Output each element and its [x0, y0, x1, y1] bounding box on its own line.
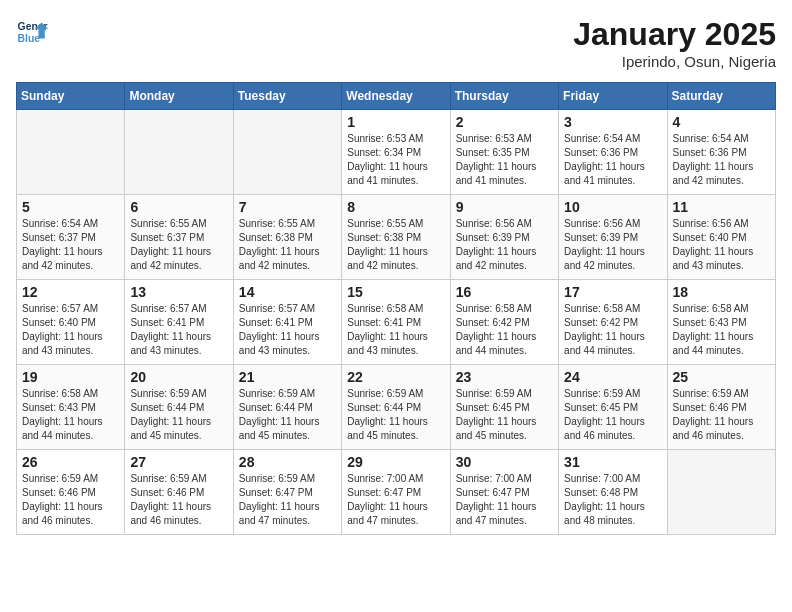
day-number: 17	[564, 284, 661, 300]
day-number: 21	[239, 369, 336, 385]
calendar-cell: 14Sunrise: 6:57 AMSunset: 6:41 PMDayligh…	[233, 280, 341, 365]
day-number: 5	[22, 199, 119, 215]
calendar-cell: 15Sunrise: 6:58 AMSunset: 6:41 PMDayligh…	[342, 280, 450, 365]
weekday-header: Thursday	[450, 83, 558, 110]
logo: General Blue	[16, 16, 48, 48]
day-info: Sunrise: 6:58 AMSunset: 6:42 PMDaylight:…	[456, 302, 553, 358]
calendar-cell: 5Sunrise: 6:54 AMSunset: 6:37 PMDaylight…	[17, 195, 125, 280]
day-info: Sunrise: 6:56 AMSunset: 6:39 PMDaylight:…	[564, 217, 661, 273]
day-info: Sunrise: 6:53 AMSunset: 6:35 PMDaylight:…	[456, 132, 553, 188]
day-number: 11	[673, 199, 770, 215]
day-number: 7	[239, 199, 336, 215]
page-header: General Blue January 2025 Iperindo, Osun…	[16, 16, 776, 70]
calendar-cell: 20Sunrise: 6:59 AMSunset: 6:44 PMDayligh…	[125, 365, 233, 450]
calendar-cell	[667, 450, 775, 535]
day-info: Sunrise: 6:55 AMSunset: 6:38 PMDaylight:…	[347, 217, 444, 273]
day-info: Sunrise: 6:59 AMSunset: 6:44 PMDaylight:…	[239, 387, 336, 443]
day-number: 30	[456, 454, 553, 470]
day-number: 10	[564, 199, 661, 215]
day-number: 31	[564, 454, 661, 470]
calendar-cell: 10Sunrise: 6:56 AMSunset: 6:39 PMDayligh…	[559, 195, 667, 280]
day-number: 29	[347, 454, 444, 470]
day-info: Sunrise: 6:59 AMSunset: 6:46 PMDaylight:…	[673, 387, 770, 443]
day-number: 24	[564, 369, 661, 385]
calendar-cell: 6Sunrise: 6:55 AMSunset: 6:37 PMDaylight…	[125, 195, 233, 280]
day-info: Sunrise: 6:59 AMSunset: 6:46 PMDaylight:…	[22, 472, 119, 528]
day-info: Sunrise: 6:54 AMSunset: 6:37 PMDaylight:…	[22, 217, 119, 273]
day-number: 14	[239, 284, 336, 300]
day-info: Sunrise: 6:59 AMSunset: 6:47 PMDaylight:…	[239, 472, 336, 528]
weekday-header: Friday	[559, 83, 667, 110]
day-info: Sunrise: 7:00 AMSunset: 6:47 PMDaylight:…	[347, 472, 444, 528]
day-info: Sunrise: 6:59 AMSunset: 6:45 PMDaylight:…	[564, 387, 661, 443]
day-number: 20	[130, 369, 227, 385]
day-number: 22	[347, 369, 444, 385]
day-info: Sunrise: 6:56 AMSunset: 6:40 PMDaylight:…	[673, 217, 770, 273]
calendar-cell: 8Sunrise: 6:55 AMSunset: 6:38 PMDaylight…	[342, 195, 450, 280]
day-number: 16	[456, 284, 553, 300]
logo-icon: General Blue	[16, 16, 48, 48]
day-number: 23	[456, 369, 553, 385]
calendar-cell: 21Sunrise: 6:59 AMSunset: 6:44 PMDayligh…	[233, 365, 341, 450]
weekday-header: Wednesday	[342, 83, 450, 110]
calendar-title: January 2025	[573, 16, 776, 53]
day-number: 2	[456, 114, 553, 130]
calendar-cell: 19Sunrise: 6:58 AMSunset: 6:43 PMDayligh…	[17, 365, 125, 450]
day-info: Sunrise: 6:59 AMSunset: 6:45 PMDaylight:…	[456, 387, 553, 443]
day-number: 9	[456, 199, 553, 215]
weekday-header: Monday	[125, 83, 233, 110]
calendar-cell: 7Sunrise: 6:55 AMSunset: 6:38 PMDaylight…	[233, 195, 341, 280]
calendar-cell: 22Sunrise: 6:59 AMSunset: 6:44 PMDayligh…	[342, 365, 450, 450]
calendar-week-row: 1Sunrise: 6:53 AMSunset: 6:34 PMDaylight…	[17, 110, 776, 195]
day-number: 3	[564, 114, 661, 130]
day-info: Sunrise: 6:58 AMSunset: 6:43 PMDaylight:…	[673, 302, 770, 358]
calendar-cell: 2Sunrise: 6:53 AMSunset: 6:35 PMDaylight…	[450, 110, 558, 195]
day-number: 6	[130, 199, 227, 215]
day-number: 19	[22, 369, 119, 385]
calendar-cell: 28Sunrise: 6:59 AMSunset: 6:47 PMDayligh…	[233, 450, 341, 535]
calendar-cell: 17Sunrise: 6:58 AMSunset: 6:42 PMDayligh…	[559, 280, 667, 365]
weekday-header: Saturday	[667, 83, 775, 110]
day-info: Sunrise: 6:57 AMSunset: 6:40 PMDaylight:…	[22, 302, 119, 358]
day-number: 18	[673, 284, 770, 300]
weekday-header: Tuesday	[233, 83, 341, 110]
calendar-subtitle: Iperindo, Osun, Nigeria	[573, 53, 776, 70]
day-info: Sunrise: 6:58 AMSunset: 6:41 PMDaylight:…	[347, 302, 444, 358]
calendar-cell: 9Sunrise: 6:56 AMSunset: 6:39 PMDaylight…	[450, 195, 558, 280]
day-info: Sunrise: 6:56 AMSunset: 6:39 PMDaylight:…	[456, 217, 553, 273]
calendar-body: 1Sunrise: 6:53 AMSunset: 6:34 PMDaylight…	[17, 110, 776, 535]
day-info: Sunrise: 6:59 AMSunset: 6:44 PMDaylight:…	[130, 387, 227, 443]
calendar-cell: 18Sunrise: 6:58 AMSunset: 6:43 PMDayligh…	[667, 280, 775, 365]
calendar-week-row: 26Sunrise: 6:59 AMSunset: 6:46 PMDayligh…	[17, 450, 776, 535]
calendar-cell: 27Sunrise: 6:59 AMSunset: 6:46 PMDayligh…	[125, 450, 233, 535]
day-number: 13	[130, 284, 227, 300]
day-number: 27	[130, 454, 227, 470]
day-info: Sunrise: 6:57 AMSunset: 6:41 PMDaylight:…	[239, 302, 336, 358]
calendar-cell: 31Sunrise: 7:00 AMSunset: 6:48 PMDayligh…	[559, 450, 667, 535]
calendar-cell: 16Sunrise: 6:58 AMSunset: 6:42 PMDayligh…	[450, 280, 558, 365]
day-number: 28	[239, 454, 336, 470]
day-info: Sunrise: 6:55 AMSunset: 6:38 PMDaylight:…	[239, 217, 336, 273]
day-info: Sunrise: 6:59 AMSunset: 6:44 PMDaylight:…	[347, 387, 444, 443]
day-number: 25	[673, 369, 770, 385]
calendar-week-row: 12Sunrise: 6:57 AMSunset: 6:40 PMDayligh…	[17, 280, 776, 365]
day-info: Sunrise: 6:54 AMSunset: 6:36 PMDaylight:…	[673, 132, 770, 188]
calendar-cell	[233, 110, 341, 195]
day-info: Sunrise: 6:55 AMSunset: 6:37 PMDaylight:…	[130, 217, 227, 273]
calendar-cell: 26Sunrise: 6:59 AMSunset: 6:46 PMDayligh…	[17, 450, 125, 535]
calendar-cell: 4Sunrise: 6:54 AMSunset: 6:36 PMDaylight…	[667, 110, 775, 195]
calendar-week-row: 19Sunrise: 6:58 AMSunset: 6:43 PMDayligh…	[17, 365, 776, 450]
calendar-cell: 30Sunrise: 7:00 AMSunset: 6:47 PMDayligh…	[450, 450, 558, 535]
calendar-cell: 11Sunrise: 6:56 AMSunset: 6:40 PMDayligh…	[667, 195, 775, 280]
day-info: Sunrise: 6:53 AMSunset: 6:34 PMDaylight:…	[347, 132, 444, 188]
calendar-header-row: SundayMondayTuesdayWednesdayThursdayFrid…	[17, 83, 776, 110]
day-info: Sunrise: 6:54 AMSunset: 6:36 PMDaylight:…	[564, 132, 661, 188]
calendar-cell: 1Sunrise: 6:53 AMSunset: 6:34 PMDaylight…	[342, 110, 450, 195]
svg-text:Blue: Blue	[18, 33, 41, 44]
day-info: Sunrise: 6:58 AMSunset: 6:43 PMDaylight:…	[22, 387, 119, 443]
calendar-week-row: 5Sunrise: 6:54 AMSunset: 6:37 PMDaylight…	[17, 195, 776, 280]
calendar-cell: 23Sunrise: 6:59 AMSunset: 6:45 PMDayligh…	[450, 365, 558, 450]
calendar-cell	[17, 110, 125, 195]
title-block: January 2025 Iperindo, Osun, Nigeria	[573, 16, 776, 70]
calendar-cell: 29Sunrise: 7:00 AMSunset: 6:47 PMDayligh…	[342, 450, 450, 535]
